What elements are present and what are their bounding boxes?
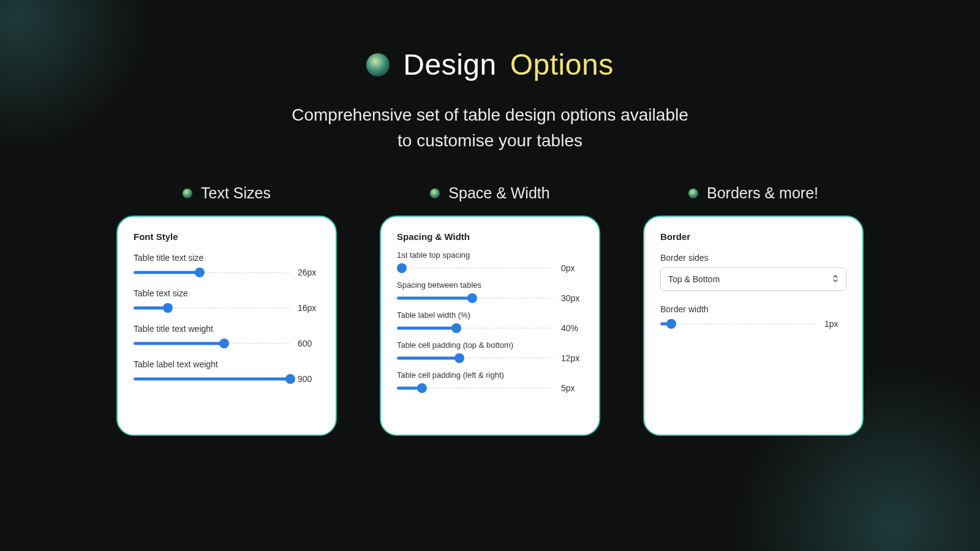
slider-label: Table cell padding (left & right) xyxy=(397,370,583,380)
hero: Design Options Comprehensive set of tabl… xyxy=(0,48,980,154)
slider-thumb[interactable] xyxy=(285,374,295,384)
slider-thumb[interactable] xyxy=(454,353,464,363)
card-heading: Font Style xyxy=(134,231,320,242)
select-label-border-sides: Border sides xyxy=(660,253,846,263)
slider-track[interactable] xyxy=(397,324,554,332)
column-title-label: Text Sizes xyxy=(201,184,271,202)
slider-control-label-width-pct: Table label width (%) 40% xyxy=(397,310,583,333)
slider-label: 1st table top spacing xyxy=(397,250,583,260)
bullet-dot-icon xyxy=(688,189,698,198)
card-font-style: Font Style Table title text size 26px Ta… xyxy=(116,216,337,436)
column-borders: Borders & more! Border Border sides Top … xyxy=(643,184,864,436)
slider-thumb[interactable] xyxy=(451,323,461,333)
slider-value: 600 xyxy=(298,339,320,348)
slider-control-border-width: Border width 1px xyxy=(660,304,846,329)
slider-label: Spacing between tables xyxy=(397,280,583,290)
slider-track[interactable] xyxy=(397,384,554,392)
slider-track[interactable] xyxy=(397,264,554,272)
slider-label: Table label width (%) xyxy=(397,310,583,320)
slider-control-first-table-top-spacing: 1st table top spacing 0px xyxy=(397,250,583,273)
slider-track[interactable] xyxy=(397,354,554,362)
slider-value: 5px xyxy=(561,383,583,393)
slider-label: Table title text weight xyxy=(134,324,320,334)
slider-value: 1px xyxy=(824,319,846,329)
page-title: Design Options xyxy=(366,48,613,81)
slider-label: Border width xyxy=(660,304,846,314)
page-title-word-1: Design xyxy=(403,48,496,81)
card-heading: Border xyxy=(660,231,846,242)
select-value: Top & Bottom xyxy=(668,274,720,284)
slider-thumb[interactable] xyxy=(219,339,229,348)
logo-dot-icon xyxy=(366,53,390,77)
slider-label: Table label text weight xyxy=(134,359,320,369)
card-border: Border Border sides Top & Bottom Border … xyxy=(643,216,864,436)
slider-value: 16px xyxy=(298,303,320,313)
slider-value: 12px xyxy=(561,353,583,363)
column-title-label: Space & Width xyxy=(448,184,549,202)
slider-thumb[interactable] xyxy=(163,303,173,313)
slider-track[interactable] xyxy=(134,268,290,277)
slider-thumb[interactable] xyxy=(417,383,427,393)
card-spacing-width: Spacing & Width 1st table top spacing 0p… xyxy=(380,216,600,436)
slider-control-cell-padding-tb: Table cell padding (top & bottom) 12px xyxy=(397,340,583,363)
column-title-borders: Borders & more! xyxy=(643,184,864,202)
slider-control-title-text-size: Table title text size 26px xyxy=(134,253,320,277)
slider-track[interactable] xyxy=(134,375,290,383)
slider-thumb[interactable] xyxy=(666,319,676,329)
column-title-text-sizes: Text Sizes xyxy=(116,184,337,202)
slider-control-title-text-weight: Table title text weight 600 xyxy=(134,324,320,348)
slider-track[interactable] xyxy=(134,339,290,348)
column-space-width: Space & Width Spacing & Width 1st table … xyxy=(380,184,600,436)
page-title-word-2: Options xyxy=(510,48,614,81)
column-text-sizes: Text Sizes Font Style Table title text s… xyxy=(116,184,337,436)
slider-value: 0px xyxy=(561,263,583,273)
select-border-sides[interactable]: Top & Bottom xyxy=(660,268,846,291)
slider-label: Table cell padding (top & bottom) xyxy=(397,340,583,350)
slider-track[interactable] xyxy=(397,294,554,302)
bullet-dot-icon xyxy=(183,189,192,198)
slider-value: 40% xyxy=(561,323,583,333)
slider-track[interactable] xyxy=(134,304,290,312)
slider-track[interactable] xyxy=(660,320,817,328)
slider-label: Table title text size xyxy=(134,253,320,263)
slider-value: 30px xyxy=(561,293,583,303)
card-heading: Spacing & Width xyxy=(397,231,583,242)
slider-label: Table text size xyxy=(134,288,320,298)
column-title-label: Borders & more! xyxy=(707,184,818,202)
slider-value: 900 xyxy=(298,374,320,384)
slider-thumb[interactable] xyxy=(397,263,407,273)
slider-control-spacing-between-tables: Spacing between tables 30px xyxy=(397,280,583,303)
column-title-space-width: Space & Width xyxy=(380,184,600,202)
slider-thumb[interactable] xyxy=(195,268,205,277)
page-subtitle: Comprehensive set of table design option… xyxy=(0,102,980,154)
select-updown-icon xyxy=(832,274,840,284)
slider-control-text-size: Table text size 16px xyxy=(134,288,320,313)
slider-value: 26px xyxy=(298,268,320,277)
slider-control-label-text-weight: Table label text weight 900 xyxy=(134,359,320,384)
slider-thumb[interactable] xyxy=(467,293,477,303)
slider-control-cell-padding-lr: Table cell padding (left & right) 5px xyxy=(397,370,583,393)
bullet-dot-icon xyxy=(430,189,440,198)
